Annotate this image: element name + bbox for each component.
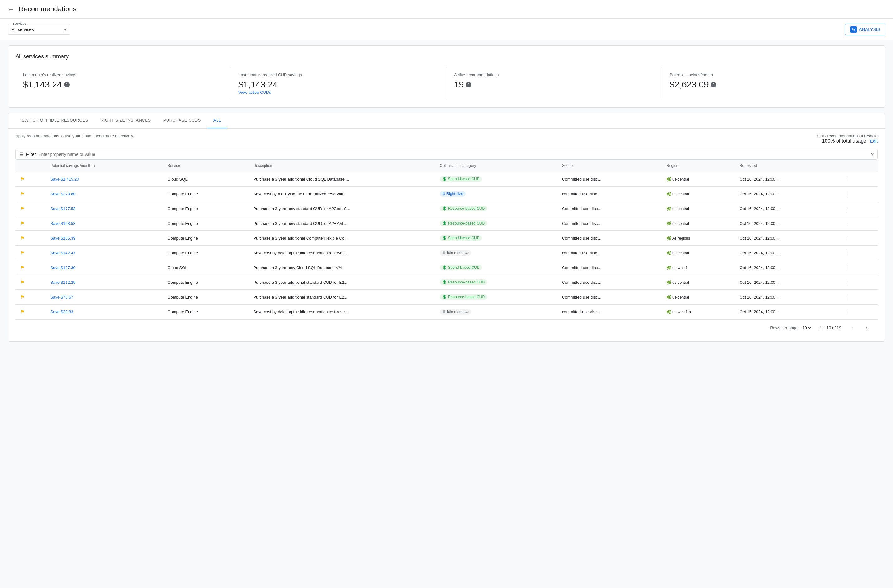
row-region-9: 🌿 us-west1-b xyxy=(661,304,735,319)
more-options-icon[interactable]: ⋮ xyxy=(844,234,852,242)
row-savings-7[interactable]: Save $112.29 xyxy=(45,275,162,290)
table-row: ⚑ Save $78.67 Compute Engine Purchase a … xyxy=(15,290,878,304)
filter-help-icon[interactable]: ? xyxy=(871,152,873,157)
row-savings-9[interactable]: Save $39.83 xyxy=(45,304,162,319)
more-options-icon[interactable]: ⋮ xyxy=(844,204,852,213)
row-flag-2: ⚑ xyxy=(15,201,45,216)
header: ← Recommendations xyxy=(0,0,893,18)
summary-cards: Last month's realized savings $1,143.24 … xyxy=(15,68,878,100)
potential-savings-info-icon[interactable]: ? xyxy=(711,82,716,87)
active-recommendations-value: 19 ? xyxy=(454,80,654,90)
table-row: ⚑ Save $165.39 Compute Engine Purchase a… xyxy=(15,231,878,246)
row-more-4[interactable]: ⋮ xyxy=(839,231,878,246)
previous-page-button[interactable]: ‹ xyxy=(849,323,855,332)
potential-savings-label: Potential savings/month xyxy=(670,72,870,77)
row-optimization-5: 🖥 Idle resource xyxy=(434,246,557,260)
row-savings-5[interactable]: Save $142.47 xyxy=(45,246,162,260)
more-options-icon[interactable]: ⋮ xyxy=(844,175,852,183)
col-header-actions xyxy=(839,160,878,172)
row-savings-2[interactable]: Save $177.53 xyxy=(45,201,162,216)
row-region-5: 🌿 us-central xyxy=(661,246,735,260)
row-refreshed-7: Oct 16, 2024, 12:00... xyxy=(735,275,839,290)
row-savings-4[interactable]: Save $165.39 xyxy=(45,231,162,246)
row-refreshed-5: Oct 15, 2024, 12:00... xyxy=(735,246,839,260)
summary-card-cud-savings: Last month's realized CUD savings $1,143… xyxy=(231,68,446,100)
more-options-icon[interactable]: ⋮ xyxy=(844,292,852,302)
row-flag-8: ⚑ xyxy=(15,290,45,304)
row-savings-8[interactable]: Save $78.67 xyxy=(45,290,162,304)
row-more-0[interactable]: ⋮ xyxy=(839,172,878,187)
row-scope-0: Committed use disc... xyxy=(557,172,661,187)
tab-right-size[interactable]: RIGHT SIZE INSTANCES xyxy=(95,113,157,128)
tab-purchase-cuds[interactable]: PURCHASE CUDS xyxy=(157,113,207,128)
row-flag-6: ⚑ xyxy=(15,260,45,275)
services-dropdown[interactable]: Services All services ▾ xyxy=(8,24,70,35)
potential-savings-value: $2,623.09 ? xyxy=(670,80,870,90)
more-options-icon[interactable]: ⋮ xyxy=(844,278,852,286)
realized-savings-value: $1,143.24 ? xyxy=(23,80,223,90)
cud-threshold-value: 100% of total usage xyxy=(822,138,866,144)
next-page-button[interactable]: › xyxy=(863,323,870,332)
row-scope-1: committed use disc... xyxy=(557,187,661,201)
tab-all[interactable]: ALL xyxy=(207,113,227,128)
recommendations-section: SWITCH OFF IDLE RESOURCES RIGHT SIZE INS… xyxy=(8,112,885,342)
summary-card-potential-savings: Potential savings/month $2,623.09 ? xyxy=(662,68,878,100)
view-active-cuds-link[interactable]: View active CUDs xyxy=(239,90,271,95)
row-region-3: 🌿 us-central xyxy=(661,216,735,231)
col-header-savings[interactable]: Potential savings /month ↓ xyxy=(45,160,162,172)
row-savings-1[interactable]: Save $278.80 xyxy=(45,187,162,201)
col-header-scope: Scope xyxy=(557,160,661,172)
row-service-9: Compute Engine xyxy=(162,304,248,319)
row-service-3: Compute Engine xyxy=(162,216,248,231)
row-savings-6[interactable]: Save $127.30 xyxy=(45,260,162,275)
row-refreshed-0: Oct 16, 2024, 12:00... xyxy=(735,172,839,187)
more-options-icon[interactable]: ⋮ xyxy=(844,248,852,257)
more-options-icon[interactable]: ⋮ xyxy=(844,219,852,228)
row-more-5[interactable]: ⋮ xyxy=(839,246,878,260)
row-region-7: 🌿 us-central xyxy=(661,275,735,290)
row-scope-6: Committed use disc... xyxy=(557,260,661,275)
col-header-flag xyxy=(15,160,45,172)
row-refreshed-9: Oct 15, 2024, 12:00... xyxy=(735,304,839,319)
more-options-icon[interactable]: ⋮ xyxy=(844,308,852,316)
chevron-down-icon: ▾ xyxy=(64,27,66,32)
row-more-8[interactable]: ⋮ xyxy=(839,290,878,304)
table-row: ⚑ Save $142.47 Compute Engine Save cost … xyxy=(15,246,878,260)
services-dropdown-value: All services xyxy=(12,27,62,32)
row-more-2[interactable]: ⋮ xyxy=(839,201,878,216)
row-service-2: Compute Engine xyxy=(162,201,248,216)
row-savings-3[interactable]: Save $168.53 xyxy=(45,216,162,231)
col-header-refreshed: Refreshed xyxy=(735,160,839,172)
rows-per-page-select[interactable]: 10 25 50 xyxy=(801,325,812,330)
row-description-8: Purchase a 3 year additional standard CU… xyxy=(248,290,434,304)
back-button[interactable]: ← xyxy=(8,6,14,13)
tab-switch-off-idle[interactable]: SWITCH OFF IDLE RESOURCES xyxy=(15,113,95,128)
row-refreshed-6: Oct 16, 2024, 12:00... xyxy=(735,260,839,275)
row-refreshed-4: Oct 16, 2024, 12:00... xyxy=(735,231,839,246)
row-more-3[interactable]: ⋮ xyxy=(839,216,878,231)
row-more-7[interactable]: ⋮ xyxy=(839,275,878,290)
row-more-6[interactable]: ⋮ xyxy=(839,260,878,275)
cud-threshold: CUD recommendations threshold 100% of to… xyxy=(817,134,878,144)
analysis-button[interactable]: % ANALYSIS xyxy=(845,24,885,35)
cud-threshold-edit-link[interactable]: Edit xyxy=(870,139,878,144)
table-row: ⚑ Save $127.30 Cloud SQL Purchase a 3 ye… xyxy=(15,260,878,275)
row-more-1[interactable]: ⋮ xyxy=(839,187,878,201)
filter-input[interactable] xyxy=(38,152,871,157)
row-flag-4: ⚑ xyxy=(15,231,45,246)
cud-threshold-label: CUD recommendations threshold xyxy=(817,134,878,138)
more-options-icon[interactable]: ⋮ xyxy=(844,263,852,272)
row-description-9: Save cost by deleting the idle reservati… xyxy=(248,304,434,319)
page-info: 1 – 10 of 19 xyxy=(819,326,841,330)
row-service-5: Compute Engine xyxy=(162,246,248,260)
row-savings-0[interactable]: Save $1,415.23 xyxy=(45,172,162,187)
realized-savings-info-icon[interactable]: ? xyxy=(64,82,70,87)
row-more-9[interactable]: ⋮ xyxy=(839,304,878,319)
active-recommendations-label: Active recommendations xyxy=(454,72,654,77)
more-options-icon[interactable]: ⋮ xyxy=(844,189,852,198)
row-region-1: 🌿 us-central xyxy=(661,187,735,201)
row-scope-3: Committed use disc... xyxy=(557,216,661,231)
row-flag-7: ⚑ xyxy=(15,275,45,290)
active-recommendations-info-icon[interactable]: ? xyxy=(466,82,471,87)
row-scope-4: Committed use disc... xyxy=(557,231,661,246)
